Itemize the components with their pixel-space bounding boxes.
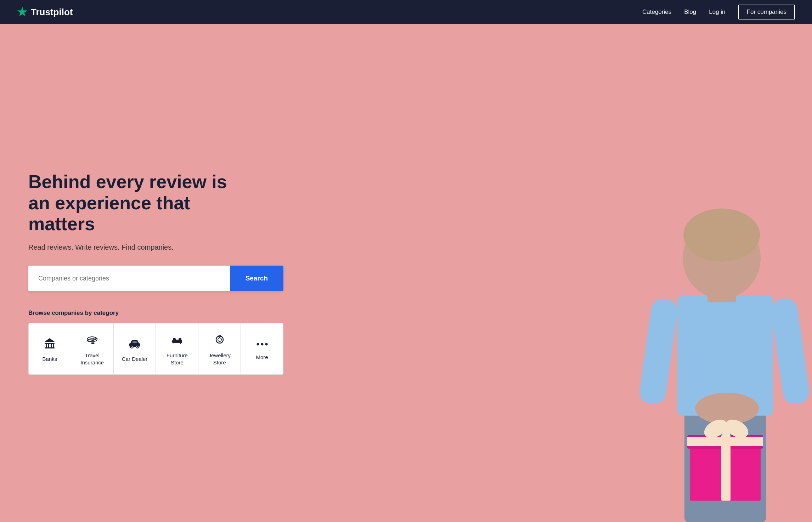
login-link[interactable]: Log in — [709, 8, 725, 16]
search-input[interactable] — [28, 266, 230, 291]
svg-rect-20 — [180, 341, 181, 344]
category-cards: Banks Travel Insurance — [28, 323, 283, 375]
svg-point-28 — [265, 343, 267, 346]
hero-section: Behind every review is an experience tha… — [0, 24, 812, 522]
hero-image — [447, 24, 812, 522]
svg-rect-2 — [48, 344, 49, 347]
jewellery-store-icon — [213, 333, 226, 348]
svg-point-36 — [695, 393, 759, 425]
svg-rect-0 — [45, 343, 55, 344]
svg-point-26 — [256, 343, 259, 346]
category-card-travel-insurance[interactable]: Travel Insurance — [71, 323, 114, 374]
svg-point-14 — [137, 346, 138, 347]
browse-section: Browse companies by category — [28, 310, 283, 375]
travel-insurance-label: Travel Insurance — [77, 352, 108, 366]
svg-rect-1 — [46, 344, 47, 347]
svg-rect-8 — [91, 342, 94, 344]
person-svg — [628, 44, 812, 522]
car-dealer-icon — [128, 337, 141, 351]
search-bar: Search — [28, 266, 283, 291]
logo-text: Trustpilot — [31, 7, 73, 18]
svg-point-12 — [131, 346, 132, 347]
category-card-more[interactable]: More — [241, 323, 283, 374]
svg-point-23 — [218, 338, 221, 341]
banks-icon — [43, 337, 56, 351]
svg-rect-40 — [687, 437, 763, 446]
travel-insurance-icon — [86, 333, 98, 348]
car-dealer-label: Car Dealer — [122, 356, 148, 363]
svg-rect-34 — [638, 297, 679, 406]
svg-rect-19 — [174, 341, 174, 344]
svg-rect-21 — [173, 340, 181, 341]
category-card-jewellery-store[interactable]: Jewellery Store — [198, 323, 241, 374]
svg-rect-3 — [51, 344, 52, 347]
more-label: More — [256, 354, 268, 361]
hero-content: Behind every review is an experience tha… — [0, 24, 447, 522]
person-figure — [628, 44, 812, 522]
search-button[interactable]: Search — [230, 266, 283, 291]
svg-rect-5 — [45, 347, 55, 348]
categories-link[interactable]: Categories — [642, 8, 671, 16]
category-card-car-dealer[interactable]: Car Dealer — [114, 323, 156, 374]
hero-title: Behind every review is an experience tha… — [28, 171, 248, 235]
svg-rect-35 — [769, 297, 811, 406]
logo-star: ★ — [17, 6, 27, 18]
svg-marker-6 — [45, 338, 55, 342]
hero-subtitle: Read reviews. Write reviews. Find compan… — [28, 243, 447, 251]
svg-point-27 — [261, 343, 263, 346]
category-card-banks[interactable]: Banks — [29, 323, 71, 374]
svg-point-43 — [722, 429, 731, 437]
nav-links: Categories Blog Log in For companies — [642, 5, 795, 19]
category-card-furniture-store[interactable]: Furniture Store — [156, 323, 198, 374]
banks-label: Banks — [43, 356, 57, 363]
furniture-store-icon — [171, 333, 184, 348]
svg-rect-15 — [132, 341, 137, 343]
navbar: ★ Trustpilot Categories Blog Log in For … — [0, 0, 812, 24]
furniture-store-label: Furniture Store — [162, 352, 192, 366]
blog-link[interactable]: Blog — [684, 8, 696, 16]
more-icon — [256, 338, 269, 350]
svg-point-33 — [683, 209, 760, 262]
logo[interactable]: ★ Trustpilot — [17, 6, 73, 18]
svg-rect-4 — [53, 344, 54, 347]
browse-title: Browse companies by category — [28, 310, 283, 317]
svg-rect-9 — [91, 344, 95, 344]
for-companies-button[interactable]: For companies — [738, 5, 795, 19]
jewellery-store-label: Jewellery Store — [204, 352, 235, 366]
